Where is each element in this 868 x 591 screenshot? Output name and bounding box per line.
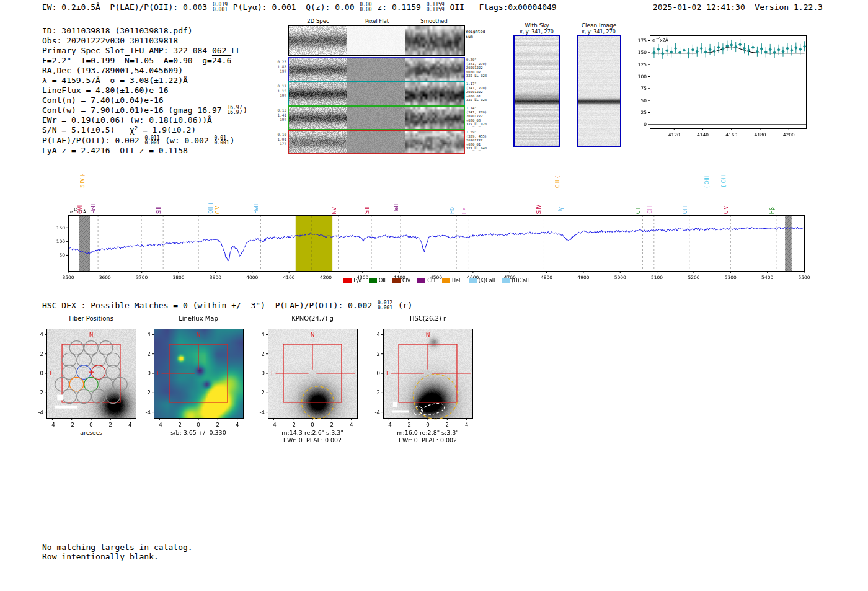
mini-spectrum-plot xyxy=(629,29,815,143)
value-line: 0.10 xyxy=(259,132,286,137)
cutout-title: HSC(26.2) r xyxy=(410,315,446,322)
info-line: LyA z = 2.4216 OII z = 0.1158 xyxy=(42,146,247,156)
fiber-positions-cutout xyxy=(22,324,146,428)
legend-item: CIV xyxy=(392,278,410,283)
emission-line-label: { OIII xyxy=(721,175,727,188)
legend-swatch xyxy=(417,278,425,283)
info-line: LineFlux = 4.80(±1.60)e-16 xyxy=(42,86,247,96)
emission-line-label: CIV xyxy=(724,206,729,214)
spec2d-column-title: Pixel Flat xyxy=(365,18,389,24)
value-line: 0.23 xyxy=(259,60,286,64)
emission-line-label: CIII xyxy=(647,206,653,214)
cutout-caption: EWr: 0. PLAE: 0.002 xyxy=(283,437,342,443)
hsc-r-cutout xyxy=(358,324,482,428)
legend-swatch xyxy=(469,278,477,283)
exposure-annotation: 0.30"(341, 270)20201222v030_02322_LL_028 xyxy=(466,58,498,78)
emission-line-label: OII { xyxy=(208,202,214,214)
full-spectrum-plot xyxy=(34,205,815,288)
spec2d-weighted-strip xyxy=(288,25,465,56)
emission-line-label: NV xyxy=(332,207,337,214)
value-line: 197 xyxy=(259,117,286,122)
spec2d-exposure-strip-1 xyxy=(288,57,465,82)
emission-line-label: Hβ xyxy=(769,207,775,214)
legend-label: CIII xyxy=(427,278,435,283)
weighted-sum-line: Sum xyxy=(466,35,485,40)
exposure-annotation: 1.14"(341, 270)20201222v030_03322_LL_028 xyxy=(466,106,498,127)
info-line: Obs: 20201222v030_3011039818 xyxy=(42,36,247,46)
info-line: Primary Spec_Slot_IFU_AMP: 322_084_062_L… xyxy=(42,46,247,56)
fiber-weight-values: 0.171.15197 xyxy=(259,84,286,98)
emission-line-label: ( OIII xyxy=(704,176,710,188)
legend-item: HeII xyxy=(442,278,462,283)
value-line: 1.41 xyxy=(259,113,286,118)
cutout-xlabel: arcsecs xyxy=(80,429,102,436)
value-line: 1.15 xyxy=(259,89,286,94)
value-line: 177 xyxy=(259,141,286,146)
detection-info-block: ID: 3011039818 (3011039818.pdf)Obs: 2020… xyxy=(42,26,247,156)
legend-item: OII xyxy=(369,278,386,283)
spec2d-column-title: 2D Spec xyxy=(307,18,329,24)
value-line: 1.83 xyxy=(259,64,286,69)
cutout-title: Lineflux Map xyxy=(179,315,218,322)
annotation-line: 322_LL_028 xyxy=(466,122,498,127)
info-line: S/N = 5.1(±0.5) χ2 = 1.9(±0.2) xyxy=(42,125,247,136)
lineflux-map-cutout xyxy=(129,324,253,428)
cutout-caption: m:16.0 re:2.8" s:3.3" xyxy=(397,429,459,436)
report-datetime: 2025-01-02 12:41:30 Version 1.22.3 xyxy=(653,2,823,12)
weighted-sum-label: WeightedSum xyxy=(466,30,485,39)
spec2d-exposure-strip-3 xyxy=(288,105,465,130)
emission-line-label: CIII { xyxy=(555,176,560,188)
emission-line-label: SiII xyxy=(156,207,162,214)
emission-line-label: OIII xyxy=(683,206,688,214)
value-line: 197 xyxy=(259,93,286,98)
annotation-line: 322_LL_028 xyxy=(466,74,498,78)
spec2d-exposure-strip-2 xyxy=(288,81,465,106)
value-line: 197 xyxy=(259,69,286,74)
value-line: 1.91 xyxy=(259,137,286,142)
emission-line-label: SiIV xyxy=(536,205,542,214)
emission-line-label: SiII xyxy=(365,207,370,214)
kpno-g-cutout xyxy=(243,324,367,428)
exposure-annotation: 1.59"(339, 455)20201222v030_01322_LL_048 xyxy=(466,130,498,151)
spec2d-exposure-strip-4 xyxy=(288,130,465,154)
clean-image-coords: x, y: 341, 270 xyxy=(582,29,616,35)
fiber-weight-values: 0.131.41197 xyxy=(259,108,286,122)
with-sky-title: With Sky xyxy=(525,22,549,29)
legend-label: CIV xyxy=(402,278,410,283)
cutout-caption: m:14.3 re:2.6" s:3.3" xyxy=(281,429,343,436)
spectrum-legend: LyαOIICIVCIIIHeII(K)CaII(H)CaII xyxy=(68,278,804,283)
catalog-match-summary: HSC-DEX : Possible Matches = 0 (within +… xyxy=(42,301,412,311)
info-line: EWr = 0.19(±0.06) (w: 0.18(±0.06))Å xyxy=(42,115,247,125)
emission-line-label: HeII xyxy=(394,204,399,214)
exposure-annotation: 1.17"(341, 270)20201222v030_01322_LL_028 xyxy=(466,82,498,102)
info-line: P(LAE)/P(OII): 0.002 0.0110.001 (w: 0.00… xyxy=(42,136,247,146)
fiber-weight-values: 0.231.83197 xyxy=(259,60,286,74)
emission-line-label: Hε xyxy=(462,208,467,214)
info-line: Cont(w) = 7.90(±0.01)e-16 (gmag 16.97 16… xyxy=(42,105,247,115)
value-line: 0.13 xyxy=(259,108,286,113)
legend-swatch xyxy=(502,278,510,283)
clean-image-title: Clean Image xyxy=(582,22,617,29)
annotation-line: 322_LL_048 xyxy=(466,146,498,151)
info-line: λ = 4159.57Å σ = 3.08(±1.22)Å xyxy=(42,76,247,86)
emission-line-label: SiIV } xyxy=(80,174,86,188)
sky-subtracted-image xyxy=(513,35,560,147)
cutout-caption: s/b: 3.65 +/- 0.330 xyxy=(170,429,226,436)
cutout-caption: EWr: 0. PLAE: 0.002 xyxy=(399,437,457,443)
spec2d-column-title: Smoothed xyxy=(420,18,447,24)
legend-label: Lyα xyxy=(353,278,362,283)
summary-header: EW: 0.2±0.5Å P(LAE)/P(OII): 0.003 0.0190… xyxy=(42,2,557,12)
footer-line-2: Row intentionally blank. xyxy=(42,552,159,562)
info-line: ID: 3011039818 (3011039818.pdf) xyxy=(42,26,247,36)
legend-swatch xyxy=(369,278,377,283)
legend-item: (K)CaII xyxy=(469,278,495,283)
emission-line-label: Hγ xyxy=(558,207,564,214)
legend-item: CIII xyxy=(417,278,435,283)
emission-line-label: HeII xyxy=(91,204,97,214)
fiber-weight-values: 0.101.91177 xyxy=(259,132,286,146)
clean-image xyxy=(577,35,621,147)
legend-label: (K)CaII xyxy=(479,278,495,283)
legend-label: HeII xyxy=(452,278,462,283)
legend-label: OII xyxy=(379,278,386,283)
value-line: 0.17 xyxy=(259,84,286,89)
